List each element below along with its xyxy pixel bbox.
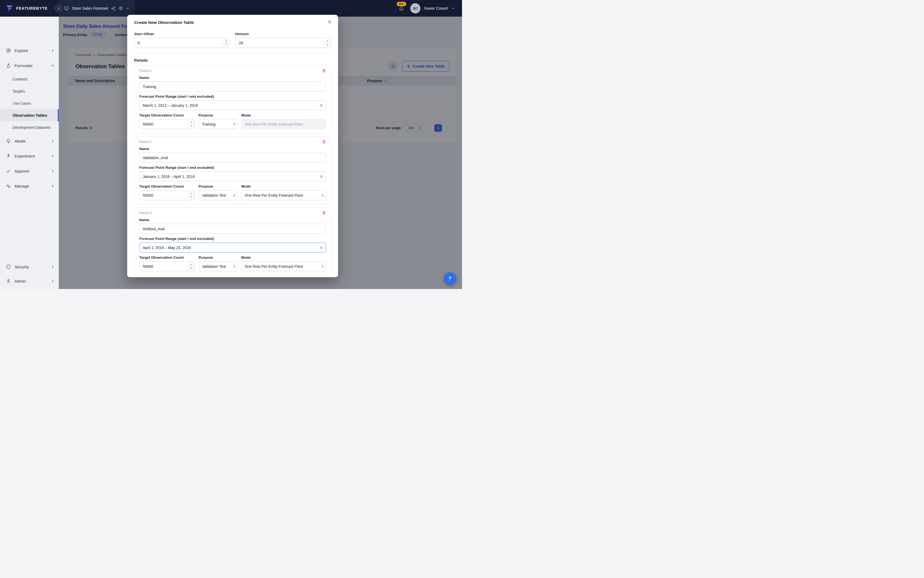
brand-name: FEATUREBYTE <box>16 6 48 10</box>
period-2-title: Period 2 <box>139 140 152 144</box>
period-2-mode-select[interactable]: One Row Per Entity Forecast Point <box>241 190 326 200</box>
sidebar-item-experiment[interactable]: Experiment <box>0 149 59 162</box>
clear-icon[interactable] <box>319 246 323 249</box>
trash-icon[interactable] <box>322 140 326 144</box>
lightbulb-icon <box>6 138 11 144</box>
start-offset-label: Start Offset <box>134 32 230 36</box>
chevron-right-icon <box>51 49 55 52</box>
sidebar-item-manage[interactable]: Manage <box>0 179 59 193</box>
sidebar-item-label: Contexts <box>13 77 28 81</box>
sidebar-collapse-button[interactable] <box>55 4 63 12</box>
period-2-count-input[interactable] <box>139 190 195 200</box>
period-3-count-input[interactable] <box>139 261 195 271</box>
flask-icon <box>6 63 11 68</box>
period-2-purpose-select[interactable]: Validation Test <box>199 190 238 200</box>
sidebar-item-use-cases[interactable]: Use Cases <box>0 97 59 109</box>
sidebar-item-development-datasets[interactable]: Development Datasets <box>0 121 59 133</box>
range-label: Forecast Point Range (start / end exclud… <box>139 94 326 99</box>
gear-icon[interactable]: ⚙ <box>118 6 123 11</box>
period-3-mode-select[interactable]: One Row Per Entity Forecast Point <box>241 261 326 271</box>
period-2-purpose-value: Validation Test <box>202 193 226 198</box>
period-1-purpose-value: Training <box>202 122 216 127</box>
period-3-range-input[interactable] <box>139 243 326 253</box>
period-3-mode-value: One Row Per Entity Forecast Point <box>245 264 303 269</box>
test-tube-icon <box>6 154 11 159</box>
brand: FEATUREBYTE <box>0 4 59 12</box>
chevron-right-icon <box>51 154 55 158</box>
chevron-right-icon <box>51 265 55 269</box>
stepper-down-icon[interactable] <box>325 43 330 47</box>
notification-badge: 999+ <box>397 2 407 6</box>
checkmark-icon <box>6 169 11 174</box>
sidebar-item-label: Manage <box>15 184 29 188</box>
select-arrows-icon <box>321 265 324 268</box>
period-2-name-input[interactable] <box>139 153 326 162</box>
purpose-label: Purpose <box>199 184 238 188</box>
period-1-mode-select: One Row Per Entity Forecast Point <box>241 119 326 129</box>
sidebar-item-security[interactable]: Security <box>0 260 59 273</box>
trash-icon[interactable] <box>322 69 326 73</box>
stepper-up-icon[interactable] <box>189 120 194 124</box>
sidebar-item-label: Approve <box>15 169 29 173</box>
period-1-name-input[interactable] <box>139 81 326 91</box>
close-icon[interactable] <box>326 18 333 26</box>
stepper-up-icon[interactable] <box>189 263 194 266</box>
sidebar-item-formulate[interactable]: Formulate <box>0 59 59 72</box>
sidebar-item-observation-tables[interactable]: Observation Tables <box>0 109 59 121</box>
start-offset-input[interactable] <box>134 38 230 48</box>
range-label: Forecast Point Range (start / end exclud… <box>139 166 326 170</box>
period-2-range-input[interactable] <box>139 172 326 182</box>
purpose-label: Purpose <box>199 255 238 260</box>
chevron-right-icon <box>51 184 55 188</box>
sidebar-item-approve[interactable]: Approve <box>0 164 59 178</box>
stepper-down-icon[interactable] <box>189 267 194 270</box>
period-1-count-input[interactable] <box>139 119 195 129</box>
divider <box>134 54 331 54</box>
user-chevron-down-icon[interactable] <box>451 6 455 10</box>
sidebar-item-label: Observation Tables <box>13 113 47 117</box>
sidebar-item-targets[interactable]: Targets <box>0 85 59 97</box>
period-3-name-input[interactable] <box>139 224 326 234</box>
period-1-purpose-select[interactable]: Training <box>199 119 238 129</box>
stepper-down-icon[interactable] <box>189 196 194 199</box>
notifications-bell-icon[interactable]: 999+ <box>399 6 404 13</box>
trash-icon[interactable] <box>322 211 326 215</box>
period-3-purpose-value: Validation Test <box>202 264 226 269</box>
horizon-stepper <box>325 39 330 47</box>
count-label: Target Observation Count <box>139 255 195 260</box>
select-arrows-icon <box>233 122 235 126</box>
select-arrows-icon <box>321 193 324 197</box>
horizon-input[interactable] <box>235 38 331 48</box>
sidebar-bottom-group: Security Admin <box>0 259 59 289</box>
stepper-up-icon[interactable] <box>325 39 330 43</box>
sidebar-item-explore[interactable]: Explore <box>0 44 59 57</box>
project-name: Store Sales Forecast <box>72 6 108 10</box>
name-label: Name <box>139 76 326 80</box>
count-label: Target Observation Count <box>139 113 195 117</box>
select-arrows-icon <box>233 193 235 197</box>
person-icon <box>6 279 11 284</box>
clear-icon[interactable] <box>319 175 323 178</box>
period-3-purpose-select[interactable]: Validation Test <box>199 261 238 271</box>
stepper-up-icon[interactable] <box>189 192 194 195</box>
period-1-range-input[interactable] <box>139 101 326 110</box>
sidebar-item-ideate[interactable]: Ideate <box>0 134 59 148</box>
stepper-down-icon[interactable] <box>224 43 229 47</box>
name-label: Name <box>139 147 326 151</box>
share-icon[interactable] <box>111 6 116 11</box>
project-chevron-down-icon[interactable] <box>126 6 130 10</box>
stepper-down-icon[interactable] <box>189 125 194 128</box>
start-offset-field: Start Offset <box>134 32 230 48</box>
pulse-icon <box>6 183 11 188</box>
horizon-label: Horizon <box>235 32 331 36</box>
stepper-up-icon[interactable] <box>224 39 229 43</box>
help-fab-button[interactable]: ? <box>444 272 456 285</box>
sidebar-item-contexts[interactable]: Contexts <box>0 73 59 85</box>
start-offset-stepper <box>224 39 229 47</box>
sidebar-item-admin[interactable]: Admin <box>0 274 59 287</box>
clear-icon[interactable] <box>319 104 323 107</box>
name-label: Name <box>139 218 326 222</box>
period-1-card: Period 1 Name Forecast Point Range (star… <box>134 65 331 134</box>
user-area: 999+ XC Xavier Conort <box>399 3 462 13</box>
avatar[interactable]: XC <box>410 3 420 13</box>
